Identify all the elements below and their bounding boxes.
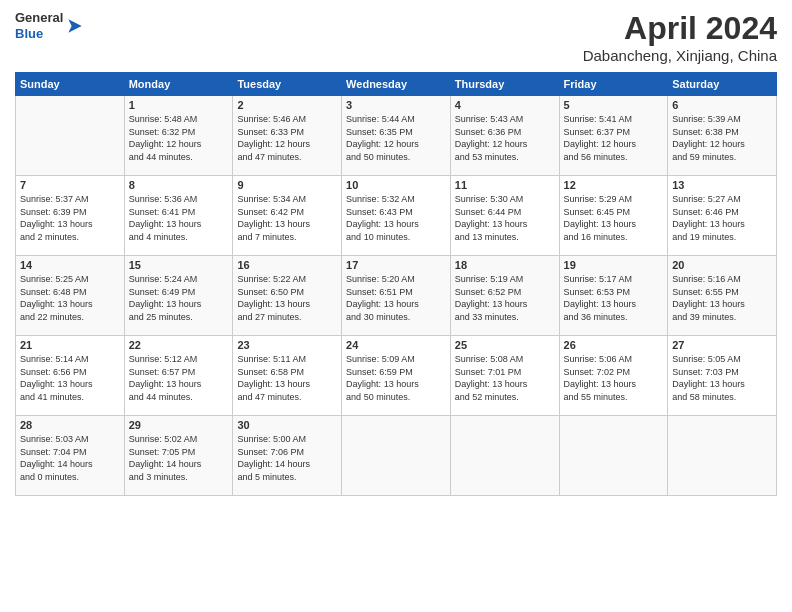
calendar-cell: 27Sunrise: 5:05 AM Sunset: 7:03 PM Dayli… xyxy=(668,336,777,416)
day-number: 5 xyxy=(564,99,664,111)
day-number: 3 xyxy=(346,99,446,111)
cell-content: Sunrise: 5:48 AM Sunset: 6:32 PM Dayligh… xyxy=(129,113,229,163)
day-number: 6 xyxy=(672,99,772,111)
day-number: 26 xyxy=(564,339,664,351)
calendar-cell: 4Sunrise: 5:43 AM Sunset: 6:36 PM Daylig… xyxy=(450,96,559,176)
week-row-1: 1Sunrise: 5:48 AM Sunset: 6:32 PM Daylig… xyxy=(16,96,777,176)
calendar-cell: 11Sunrise: 5:30 AM Sunset: 6:44 PM Dayli… xyxy=(450,176,559,256)
page: General Blue April 2024 Dabancheng, Xinj… xyxy=(0,0,792,612)
day-number: 14 xyxy=(20,259,120,271)
day-header-tuesday: Tuesday xyxy=(233,73,342,96)
logo-text: General Blue xyxy=(15,10,63,41)
cell-content: Sunrise: 5:12 AM Sunset: 6:57 PM Dayligh… xyxy=(129,353,229,403)
calendar-cell: 5Sunrise: 5:41 AM Sunset: 6:37 PM Daylig… xyxy=(559,96,668,176)
calendar-cell: 7Sunrise: 5:37 AM Sunset: 6:39 PM Daylig… xyxy=(16,176,125,256)
day-number: 1 xyxy=(129,99,229,111)
cell-content: Sunrise: 5:41 AM Sunset: 6:37 PM Dayligh… xyxy=(564,113,664,163)
calendar-cell: 30Sunrise: 5:00 AM Sunset: 7:06 PM Dayli… xyxy=(233,416,342,496)
day-header-friday: Friday xyxy=(559,73,668,96)
cell-content: Sunrise: 5:27 AM Sunset: 6:46 PM Dayligh… xyxy=(672,193,772,243)
day-number: 20 xyxy=(672,259,772,271)
calendar-cell: 13Sunrise: 5:27 AM Sunset: 6:46 PM Dayli… xyxy=(668,176,777,256)
calendar-cell xyxy=(559,416,668,496)
cell-content: Sunrise: 5:16 AM Sunset: 6:55 PM Dayligh… xyxy=(672,273,772,323)
day-number: 4 xyxy=(455,99,555,111)
cell-content: Sunrise: 5:11 AM Sunset: 6:58 PM Dayligh… xyxy=(237,353,337,403)
day-header-sunday: Sunday xyxy=(16,73,125,96)
day-header-monday: Monday xyxy=(124,73,233,96)
calendar-cell: 29Sunrise: 5:02 AM Sunset: 7:05 PM Dayli… xyxy=(124,416,233,496)
day-number: 18 xyxy=(455,259,555,271)
day-number: 17 xyxy=(346,259,446,271)
day-number: 12 xyxy=(564,179,664,191)
week-row-3: 14Sunrise: 5:25 AM Sunset: 6:48 PM Dayli… xyxy=(16,256,777,336)
header: General Blue April 2024 Dabancheng, Xinj… xyxy=(15,10,777,64)
cell-content: Sunrise: 5:02 AM Sunset: 7:05 PM Dayligh… xyxy=(129,433,229,483)
logo-icon xyxy=(65,16,85,36)
calendar-cell: 23Sunrise: 5:11 AM Sunset: 6:58 PM Dayli… xyxy=(233,336,342,416)
calendar-cell: 26Sunrise: 5:06 AM Sunset: 7:02 PM Dayli… xyxy=(559,336,668,416)
day-number: 19 xyxy=(564,259,664,271)
week-row-5: 28Sunrise: 5:03 AM Sunset: 7:04 PM Dayli… xyxy=(16,416,777,496)
calendar-cell: 20Sunrise: 5:16 AM Sunset: 6:55 PM Dayli… xyxy=(668,256,777,336)
day-header-saturday: Saturday xyxy=(668,73,777,96)
cell-content: Sunrise: 5:36 AM Sunset: 6:41 PM Dayligh… xyxy=(129,193,229,243)
cell-content: Sunrise: 5:32 AM Sunset: 6:43 PM Dayligh… xyxy=(346,193,446,243)
calendar-cell: 19Sunrise: 5:17 AM Sunset: 6:53 PM Dayli… xyxy=(559,256,668,336)
cell-content: Sunrise: 5:00 AM Sunset: 7:06 PM Dayligh… xyxy=(237,433,337,483)
cell-content: Sunrise: 5:29 AM Sunset: 6:45 PM Dayligh… xyxy=(564,193,664,243)
day-number: 2 xyxy=(237,99,337,111)
day-number: 15 xyxy=(129,259,229,271)
day-number: 27 xyxy=(672,339,772,351)
calendar-cell: 25Sunrise: 5:08 AM Sunset: 7:01 PM Dayli… xyxy=(450,336,559,416)
day-header-thursday: Thursday xyxy=(450,73,559,96)
calendar-cell: 22Sunrise: 5:12 AM Sunset: 6:57 PM Dayli… xyxy=(124,336,233,416)
calendar-cell: 14Sunrise: 5:25 AM Sunset: 6:48 PM Dayli… xyxy=(16,256,125,336)
day-number: 22 xyxy=(129,339,229,351)
cell-content: Sunrise: 5:14 AM Sunset: 6:56 PM Dayligh… xyxy=(20,353,120,403)
calendar-cell: 8Sunrise: 5:36 AM Sunset: 6:41 PM Daylig… xyxy=(124,176,233,256)
calendar-cell: 10Sunrise: 5:32 AM Sunset: 6:43 PM Dayli… xyxy=(342,176,451,256)
month-title: April 2024 xyxy=(583,10,777,47)
calendar-cell: 18Sunrise: 5:19 AM Sunset: 6:52 PM Dayli… xyxy=(450,256,559,336)
logo: General Blue xyxy=(15,10,85,41)
day-header-wednesday: Wednesday xyxy=(342,73,451,96)
day-number: 11 xyxy=(455,179,555,191)
cell-content: Sunrise: 5:03 AM Sunset: 7:04 PM Dayligh… xyxy=(20,433,120,483)
cell-content: Sunrise: 5:39 AM Sunset: 6:38 PM Dayligh… xyxy=(672,113,772,163)
cell-content: Sunrise: 5:25 AM Sunset: 6:48 PM Dayligh… xyxy=(20,273,120,323)
cell-content: Sunrise: 5:43 AM Sunset: 6:36 PM Dayligh… xyxy=(455,113,555,163)
svg-marker-0 xyxy=(69,19,82,32)
day-number: 29 xyxy=(129,419,229,431)
day-number: 28 xyxy=(20,419,120,431)
calendar-cell: 17Sunrise: 5:20 AM Sunset: 6:51 PM Dayli… xyxy=(342,256,451,336)
calendar-cell: 1Sunrise: 5:48 AM Sunset: 6:32 PM Daylig… xyxy=(124,96,233,176)
calendar-cell: 24Sunrise: 5:09 AM Sunset: 6:59 PM Dayli… xyxy=(342,336,451,416)
calendar-table: SundayMondayTuesdayWednesdayThursdayFrid… xyxy=(15,72,777,496)
week-row-4: 21Sunrise: 5:14 AM Sunset: 6:56 PM Dayli… xyxy=(16,336,777,416)
logo-blue: Blue xyxy=(15,26,63,42)
calendar-cell: 12Sunrise: 5:29 AM Sunset: 6:45 PM Dayli… xyxy=(559,176,668,256)
location-subtitle: Dabancheng, Xinjiang, China xyxy=(583,47,777,64)
calendar-cell: 6Sunrise: 5:39 AM Sunset: 6:38 PM Daylig… xyxy=(668,96,777,176)
week-row-2: 7Sunrise: 5:37 AM Sunset: 6:39 PM Daylig… xyxy=(16,176,777,256)
day-number: 16 xyxy=(237,259,337,271)
day-number: 8 xyxy=(129,179,229,191)
cell-content: Sunrise: 5:46 AM Sunset: 6:33 PM Dayligh… xyxy=(237,113,337,163)
calendar-cell: 21Sunrise: 5:14 AM Sunset: 6:56 PM Dayli… xyxy=(16,336,125,416)
day-number: 9 xyxy=(237,179,337,191)
calendar-cell: 15Sunrise: 5:24 AM Sunset: 6:49 PM Dayli… xyxy=(124,256,233,336)
title-block: April 2024 Dabancheng, Xinjiang, China xyxy=(583,10,777,64)
cell-content: Sunrise: 5:06 AM Sunset: 7:02 PM Dayligh… xyxy=(564,353,664,403)
calendar-cell: 16Sunrise: 5:22 AM Sunset: 6:50 PM Dayli… xyxy=(233,256,342,336)
calendar-cell xyxy=(450,416,559,496)
cell-content: Sunrise: 5:09 AM Sunset: 6:59 PM Dayligh… xyxy=(346,353,446,403)
calendar-cell: 9Sunrise: 5:34 AM Sunset: 6:42 PM Daylig… xyxy=(233,176,342,256)
calendar-cell: 3Sunrise: 5:44 AM Sunset: 6:35 PM Daylig… xyxy=(342,96,451,176)
cell-content: Sunrise: 5:22 AM Sunset: 6:50 PM Dayligh… xyxy=(237,273,337,323)
header-row: SundayMondayTuesdayWednesdayThursdayFrid… xyxy=(16,73,777,96)
day-number: 30 xyxy=(237,419,337,431)
cell-content: Sunrise: 5:05 AM Sunset: 7:03 PM Dayligh… xyxy=(672,353,772,403)
day-number: 25 xyxy=(455,339,555,351)
cell-content: Sunrise: 5:30 AM Sunset: 6:44 PM Dayligh… xyxy=(455,193,555,243)
